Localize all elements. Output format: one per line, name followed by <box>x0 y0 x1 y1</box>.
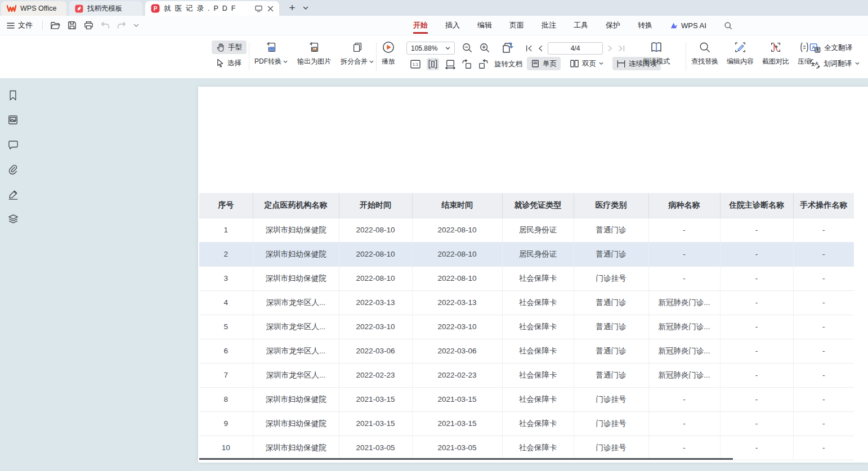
table-cell: 2021-03-15 <box>339 387 412 411</box>
menu-insert[interactable]: 插入 <box>444 17 461 34</box>
table-cell: 深圳市龙华区人... <box>253 290 339 315</box>
menu-page[interactable]: 页面 <box>508 17 525 34</box>
layers-icon[interactable] <box>7 213 19 225</box>
double-page-button[interactable]: 双页 <box>566 57 607 70</box>
table-cell: 门诊挂号 <box>574 387 648 411</box>
split-merge-icon <box>351 41 364 54</box>
zoom-out-icon[interactable] <box>462 42 473 53</box>
play-icon <box>382 41 395 54</box>
docer-icon <box>75 5 83 13</box>
table-cell: 2022-02-23 <box>339 363 412 387</box>
table-cell: - <box>720 363 793 387</box>
hand-tool-button[interactable]: 手型 <box>212 41 247 54</box>
menu-protect[interactable]: 保护 <box>605 17 621 34</box>
full-translate-button[interactable]: A 全文翻译 <box>809 41 860 55</box>
read-mode-button[interactable]: 阅读模式 <box>643 41 670 66</box>
document-title: 就医记录.PDF <box>164 4 239 14</box>
table-cell: - <box>720 339 793 363</box>
thumbnail-icon[interactable] <box>7 114 19 126</box>
menu-convert[interactable]: 转换 <box>637 17 654 34</box>
comment-icon[interactable] <box>7 138 19 151</box>
table-cell: 普通门诊 <box>574 242 648 266</box>
zoom-level-select[interactable]: 105.88% <box>406 42 455 55</box>
document-workspace: 序号定点医药机构名称开始时间结束时间就诊凭证类型医疗类别病种名称住院主诊断名称手… <box>0 79 868 471</box>
wps-pdf-window: WPS Office 找稻壳模板 P 就医记录.PDF + <box>0 0 868 471</box>
device-icon[interactable] <box>254 5 263 12</box>
new-tab-button[interactable]: + <box>285 0 299 16</box>
signature-icon[interactable] <box>7 188 19 200</box>
swap-pages-icon <box>501 41 514 55</box>
wps-ai-label: WPS AI <box>681 21 706 30</box>
actual-size-icon[interactable]: 1:1 <box>410 59 421 69</box>
last-page-icon[interactable] <box>618 44 625 52</box>
screenshot-compare-icon <box>769 41 782 54</box>
tab-wps-home[interactable]: WPS Office <box>1 1 66 16</box>
screenshot-compare-button[interactable]: 截图对比 <box>762 41 789 66</box>
menu-wps-ai[interactable]: WPS AI <box>669 18 708 33</box>
table-cell: - <box>793 363 854 387</box>
export-image-label: 输出为图片 <box>297 57 331 66</box>
table-row: 8深圳市妇幼保健院2021-03-152021-03-15社会保障卡门诊挂号--… <box>199 387 854 411</box>
previous-page-icon[interactable] <box>538 44 543 52</box>
single-page-button[interactable]: 单页 <box>527 57 561 70</box>
export-image-button[interactable]: 输出为图片 <box>297 41 331 66</box>
table-cell: - <box>720 387 793 411</box>
find-replace-icon <box>699 41 711 54</box>
page-indicator-input[interactable]: 4/4 <box>548 42 603 55</box>
table-cell: 深圳市龙华区人... <box>253 339 339 363</box>
table-cell: 2022-08-10 <box>339 242 412 266</box>
rotate-right-icon[interactable] <box>478 59 489 69</box>
select-tool-button[interactable]: 选择 <box>212 56 247 70</box>
table-row: 9深圳市妇幼保健院2021-03-152021-03-15社会保障卡门诊挂号--… <box>199 411 854 436</box>
divider <box>42 21 43 30</box>
close-tab-icon[interactable] <box>267 6 274 12</box>
save-icon[interactable] <box>68 21 77 30</box>
quickbar-chevron-icon[interactable] <box>133 24 139 28</box>
table-header-cell: 定点医药机构名称 <box>253 193 339 218</box>
table-row: 3深圳市妇幼保健院2022-08-102022-08-10社会保障卡门诊挂号--… <box>199 266 854 290</box>
menu-search-icon[interactable] <box>723 18 733 33</box>
rotate-doc-button[interactable]: 旋转文档 <box>494 60 522 69</box>
table-cell: 普通门诊 <box>574 339 648 363</box>
table-cell: 深圳市妇幼保健院 <box>253 387 339 411</box>
table-cell: 2021-03-15 <box>412 411 502 436</box>
replace-pages-button[interactable] <box>501 41 514 55</box>
undo-icon[interactable] <box>101 21 110 29</box>
fit-width-icon[interactable] <box>427 58 439 70</box>
edit-content-label: 编辑内容 <box>727 57 754 66</box>
menu-edit[interactable]: 编辑 <box>476 17 493 34</box>
next-page-icon[interactable] <box>607 44 613 52</box>
table-cell: - <box>793 266 854 290</box>
table-cell: 2021-03-15 <box>339 411 412 436</box>
attachment-icon[interactable] <box>7 163 19 176</box>
bookmark-icon[interactable] <box>7 89 19 101</box>
split-merge-button[interactable]: 拆分合并 <box>341 41 374 66</box>
table-cell: 深圳市妇幼保健院 <box>253 411 339 436</box>
zoom-in-icon[interactable] <box>479 42 490 53</box>
table-header-cell: 序号 <box>199 193 253 218</box>
table-cell: 社会保障卡 <box>502 436 574 460</box>
pdf-convert-button[interactable]: PDF转换 <box>254 41 288 66</box>
fit-page-icon[interactable] <box>445 59 456 69</box>
menu-tools[interactable]: 工具 <box>572 17 589 34</box>
word-translate-button[interactable]: A 划词翻译 <box>809 57 860 70</box>
tab-label: WPS Office <box>20 5 56 12</box>
rotate-left-icon[interactable] <box>462 59 472 69</box>
print-icon[interactable] <box>84 21 93 30</box>
open-folder-icon[interactable] <box>50 21 60 30</box>
file-menu-button[interactable]: 文件 <box>5 20 35 30</box>
zoom-level-value: 105.88% <box>411 44 437 52</box>
menu-home[interactable]: 开始 <box>412 17 429 34</box>
table-cell: 1 <box>199 218 253 242</box>
menu-annotate[interactable]: 批注 <box>540 17 557 34</box>
table-row: 10深圳市妇幼保健院2021-03-052021-03-05社会保障卡门诊挂号-… <box>199 436 854 460</box>
tab-document-active[interactable]: P 就医记录.PDF <box>145 1 279 16</box>
table-cell: 社会保障卡 <box>502 315 574 339</box>
find-replace-button[interactable]: 查找替换 <box>691 41 718 66</box>
redo-icon[interactable] <box>117 21 126 29</box>
edit-content-button[interactable]: 编辑内容 <box>727 41 754 66</box>
first-page-icon[interactable] <box>525 44 533 52</box>
play-button[interactable]: 播放 <box>382 41 395 66</box>
tab-docer-templates[interactable]: 找稻壳模板 <box>69 1 142 16</box>
tab-list-chevron-icon[interactable] <box>300 0 311 16</box>
